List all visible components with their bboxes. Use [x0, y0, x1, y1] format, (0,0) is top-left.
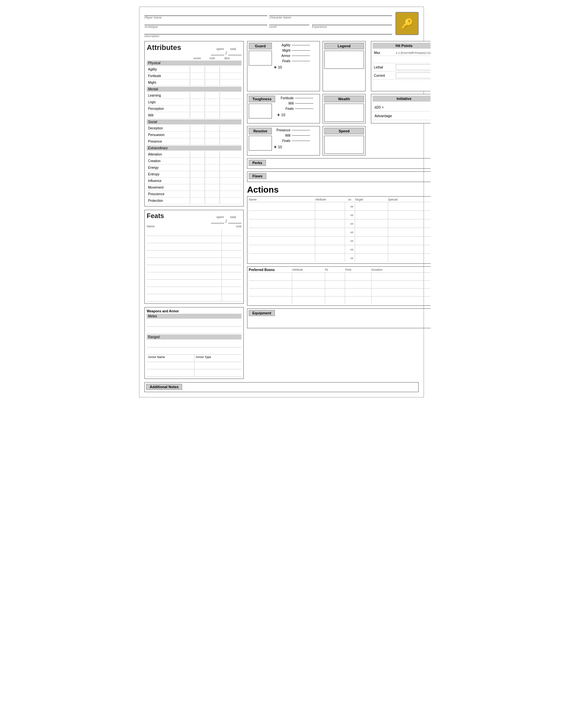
feat-row-8: [147, 280, 241, 287]
weapons-title: Weapons and Armor: [147, 309, 241, 313]
feats-spent-label: spent: [216, 215, 224, 219]
combat-row-1: Guard Agility Might: [247, 41, 431, 91]
melee-row-2: [147, 327, 241, 334]
attributes-spent-input[interactable]: [211, 52, 224, 55]
equipment-label: Equipment: [249, 310, 275, 316]
toughness-plus-line: + 10: [277, 112, 313, 118]
hp-current-label: Current: [374, 74, 394, 77]
archetype-label: Archetype: [144, 25, 267, 28]
boons-col-attribute: Attribute: [292, 268, 325, 272]
attr-energy: Energy: [147, 164, 241, 171]
attr-perception: Perception: [147, 106, 241, 112]
feats-col-name: Name: [147, 225, 221, 228]
additional-notes-label: Additional Notes: [146, 384, 182, 390]
resolve-will-label: Will: [274, 133, 291, 138]
attributes-total-input[interactable]: [228, 52, 241, 55]
archetype-input[interactable]: [144, 21, 267, 25]
resolve-will-blank: [292, 135, 310, 136]
category-physical: Physical: [147, 61, 241, 66]
hp-title: Hit Points: [373, 43, 431, 49]
guard-might-line: Might: [274, 48, 310, 53]
boon-row-3: [249, 288, 431, 296]
ranged-row-2: [147, 347, 241, 355]
boons-col-headers: Preferred Boons Attribute PL Time Durati…: [249, 268, 431, 272]
player-name-input[interactable]: [144, 12, 267, 16]
hp-extra-row: [373, 80, 431, 90]
feats-spent-input[interactable]: [211, 220, 224, 223]
melee-label: Melee: [147, 314, 241, 319]
attributes-title-row: Attributes spent total /: [147, 43, 241, 56]
resolve-feats-blank: [292, 141, 310, 141]
action-row-7: vs: [249, 253, 431, 262]
perks-box: Perks: [247, 158, 431, 169]
header-fields: Player Name Character Name Archetype Lev…: [144, 12, 392, 38]
boon-row-4: [249, 296, 431, 304]
attr-agility: Agility: [147, 66, 241, 73]
guard-feats-line: Feats: [274, 59, 310, 64]
hp-lethal-row: Lethal: [373, 63, 431, 71]
boon-row-1: [249, 272, 431, 280]
experience-input[interactable]: [312, 21, 392, 25]
armor-type-header: Armor Type: [194, 355, 241, 362]
guard-agility-blank: [292, 45, 310, 45]
resolve-label: Resolve: [249, 128, 272, 134]
toughness-block: Toughness Fortitude Will: [247, 94, 320, 123]
actions-title: Actions: [247, 185, 431, 195]
toughness-base: 10: [281, 112, 285, 118]
initiative-d20: d20 +: [375, 105, 384, 109]
feat-row-2: [147, 236, 241, 243]
resolve-will-line: Will: [274, 133, 310, 138]
guard-might-label: Might: [274, 48, 291, 53]
guard-plus-line: + 10: [274, 64, 310, 71]
equipment-box: Equipment: [247, 308, 431, 328]
attr-movement: Movement: [147, 184, 241, 191]
action-row-1: vs: [249, 202, 431, 210]
toughness-fortitude-blank: [295, 98, 313, 98]
toughness-fortitude-line: Fortitude: [277, 96, 313, 101]
action-row-5: vs: [249, 236, 431, 245]
level-label: Level: [269, 25, 309, 28]
boon-row-2: [249, 280, 431, 288]
actions-col-special: Special: [388, 198, 431, 201]
col-dice: dice: [219, 57, 234, 60]
spent-label: spent: [216, 47, 224, 51]
col-cost: cost: [205, 57, 219, 60]
hp-current-row: Current: [373, 71, 431, 80]
attr-might: Might: [147, 79, 241, 86]
hp-max-formula: 2 x (Fort+Will+Presen)+10: [396, 51, 431, 55]
experience-label: Experience: [312, 25, 392, 28]
col-score: score: [190, 57, 205, 60]
guard-armor-line: Armor: [274, 53, 310, 58]
armor-row-2: [147, 369, 241, 377]
initiative-d20-row: d20 +: [373, 103, 431, 112]
actions-box: Name Attribute vs Target Special vs: [247, 196, 431, 264]
guard-block: Guard Agility Might: [247, 41, 320, 91]
description-input[interactable]: [144, 30, 392, 34]
toughness-feats-line: Feats: [277, 106, 313, 111]
ranged-label: Ranged: [147, 335, 241, 340]
archetype-field: Archetype: [144, 21, 267, 28]
category-mental: Mental: [147, 87, 241, 92]
attr-persuasion: Persuasion: [147, 132, 241, 138]
level-input[interactable]: [269, 21, 309, 25]
boons-col-time: Time: [345, 268, 371, 272]
toughness-fortitude-label: Fortitude: [277, 96, 294, 101]
hp-max-label: Max: [374, 51, 394, 55]
resolve-presence-line: Presence: [274, 128, 310, 133]
logo-icon: 🔑: [401, 18, 413, 29]
initiative-advantage: Advantage: [375, 114, 392, 118]
guard-feats-label: Feats: [274, 59, 291, 64]
guard-score-box: [249, 51, 272, 66]
feats-total-input[interactable]: [228, 220, 241, 223]
flaws-label: Flaws: [249, 173, 266, 179]
logo: 🔑: [396, 12, 419, 35]
category-social: Social: [147, 119, 241, 124]
right-column: Guard Agility Might: [247, 41, 431, 331]
attr-entropy: Entropy: [147, 171, 241, 178]
legend-score-box: [324, 51, 364, 69]
guard-armor-label: Armor: [274, 53, 291, 58]
character-name-input[interactable]: [269, 12, 392, 16]
feats-slash: /: [225, 219, 227, 224]
attr-creation: Creation: [147, 158, 241, 164]
attr-deception: Deception: [147, 125, 241, 132]
